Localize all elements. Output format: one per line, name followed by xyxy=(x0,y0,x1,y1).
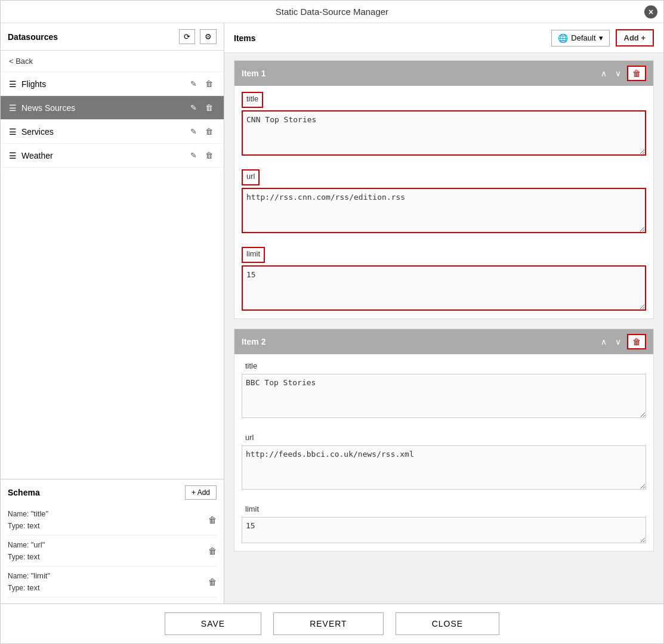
news-delete-button[interactable]: 🗑 xyxy=(203,102,215,113)
item-1-limit-input[interactable]: 15 xyxy=(242,265,646,311)
services-actions: ✎ 🗑 xyxy=(188,126,215,137)
main-window: Static Data-Source Manager × Datasources… xyxy=(0,0,664,644)
close-button[interactable]: CLOSE xyxy=(396,612,499,635)
window-title: Static Data-Source Manager xyxy=(276,7,388,17)
schema-header: Schema + Add xyxy=(8,485,217,500)
item-1-title-label: title xyxy=(246,94,258,103)
item-2-url-label: url xyxy=(242,432,257,443)
item-2-delete-button[interactable]: 🗑 xyxy=(627,334,646,349)
item-card-2: Item 2 ∧ ∨ 🗑 title BBC Top Stories xyxy=(234,329,654,552)
schema-item-title: Name: "title" Type: text 🗑 xyxy=(8,504,217,535)
add-item-button[interactable]: Add + xyxy=(616,29,654,47)
dropdown-arrow-icon: ▾ xyxy=(599,33,603,42)
item-1-url-field: url http://rss.cnn.com/rss/edition.rss xyxy=(234,163,653,241)
item-1-url-label: url xyxy=(246,172,255,181)
settings-icon: ⚙ xyxy=(205,32,212,41)
back-label: < Back xyxy=(9,57,33,66)
refresh-button[interactable]: ⟳ xyxy=(179,29,195,44)
item-1-up-button[interactable]: ∧ xyxy=(598,67,609,79)
news-actions: ✎ 🗑 xyxy=(188,102,215,113)
weather-delete-button[interactable]: 🗑 xyxy=(203,150,215,161)
news-edit-button[interactable]: ✎ xyxy=(188,102,199,113)
item-2-title-input[interactable]: BBC Top Stories xyxy=(242,374,646,418)
item-1-title: Item 1 xyxy=(242,69,265,78)
item-1-url-input[interactable]: http://rss.cnn.com/rss/edition.rss xyxy=(242,188,646,233)
weather-label: Weather xyxy=(21,151,188,160)
sidebar-nav: < Back ☰ Flights ✎ 🗑 ☰ News Sources ✎ xyxy=(1,51,224,479)
right-panel: Items 🌐 Default ▾ Add + Item 1 xyxy=(224,23,663,603)
weather-actions: ✎ 🗑 xyxy=(188,150,215,161)
sidebar-header: Datasources ⟳ ⚙ xyxy=(1,23,224,51)
flights-edit-button[interactable]: ✎ xyxy=(188,78,199,89)
flights-actions: ✎ 🗑 xyxy=(188,78,215,89)
item-2-url-field: url http://feeds.bbci.co.uk/news/rss.xml xyxy=(234,426,653,497)
services-label: Services xyxy=(21,127,188,137)
item-2-controls: ∧ ∨ 🗑 xyxy=(598,334,646,349)
item-1-title-input[interactable]: CNN Top Stories xyxy=(242,110,646,156)
sidebar-item-news-sources[interactable]: ☰ News Sources ✎ 🗑 xyxy=(1,96,224,120)
default-label: Default xyxy=(571,33,595,42)
item-card-1: Item 1 ∧ ∨ 🗑 title CNN Top Stories xyxy=(234,60,654,319)
revert-button[interactable]: REVERT xyxy=(273,612,384,635)
sidebar: Datasources ⟳ ⚙ < Back ☰ Flights xyxy=(1,23,224,603)
schema-add-button[interactable]: + Add xyxy=(185,485,217,500)
services-edit-button[interactable]: ✎ xyxy=(188,126,199,137)
schema-item-url-text: Name: "url" Type: text xyxy=(8,539,45,562)
globe-icon: 🌐 xyxy=(558,33,568,43)
flights-label: Flights xyxy=(21,79,188,89)
sidebar-header-icons: ⟳ ⚙ xyxy=(179,29,217,44)
bottom-bar: SAVE REVERT CLOSE xyxy=(1,603,663,643)
services-delete-button[interactable]: 🗑 xyxy=(203,126,215,137)
weather-edit-button[interactable]: ✎ xyxy=(188,150,199,161)
sidebar-item-weather[interactable]: ☰ Weather ✎ 🗑 xyxy=(1,144,224,168)
item-1-limit-label: limit xyxy=(246,249,260,258)
sidebar-item-flights[interactable]: ☰ Flights ✎ 🗑 xyxy=(1,72,224,96)
items-content: Item 1 ∧ ∨ 🗑 title CNN Top Stories xyxy=(224,53,663,603)
schema-limit-delete-button[interactable]: 🗑 xyxy=(208,577,217,587)
item-2-title-label: title xyxy=(242,360,261,371)
default-select[interactable]: 🌐 Default ▾ xyxy=(551,30,609,47)
schema-url-delete-button[interactable]: 🗑 xyxy=(208,546,217,556)
sidebar-item-services[interactable]: ☰ Services ✎ 🗑 xyxy=(1,120,224,144)
schema-title-delete-button[interactable]: 🗑 xyxy=(208,515,217,525)
schema-item-limit: Name: "limit" Type: text 🗑 xyxy=(8,566,217,597)
weather-icon: ☰ xyxy=(9,151,17,160)
back-link[interactable]: < Back xyxy=(1,51,224,72)
items-title: Items xyxy=(234,33,256,43)
schema-item-limit-text: Name: "limit" Type: text xyxy=(8,570,50,593)
schema-section: Schema + Add Name: "title" Type: text 🗑 … xyxy=(1,479,224,603)
settings-button[interactable]: ⚙ xyxy=(200,29,217,44)
items-header: Items 🌐 Default ▾ Add + xyxy=(224,23,663,53)
item-1-title-field: title CNN Top Stories xyxy=(234,86,653,163)
flights-icon: ☰ xyxy=(9,79,17,89)
item-2-title-field: title BBC Top Stories xyxy=(234,354,653,426)
schema-item-url: Name: "url" Type: text 🗑 xyxy=(8,535,217,566)
title-bar: Static Data-Source Manager × xyxy=(1,1,663,23)
item-2-limit-label: limit xyxy=(242,503,262,515)
flights-delete-button[interactable]: 🗑 xyxy=(203,78,215,89)
item-2-limit-input[interactable]: 15 xyxy=(242,517,646,543)
item-2-limit-field: limit 15 xyxy=(234,497,653,551)
item-card-1-header: Item 1 ∧ ∨ 🗑 xyxy=(234,61,653,86)
schema-item-title-text: Name: "title" Type: text xyxy=(8,508,48,531)
item-1-limit-field: limit 15 xyxy=(234,241,653,318)
items-controls: 🌐 Default ▾ Add + xyxy=(551,29,654,47)
item-1-controls: ∧ ∨ 🗑 xyxy=(598,66,646,81)
main-layout: Datasources ⟳ ⚙ < Back ☰ Flights xyxy=(1,23,663,603)
item-2-down-button[interactable]: ∨ xyxy=(613,336,623,348)
item-2-title: Item 2 xyxy=(242,337,265,346)
services-icon: ☰ xyxy=(9,127,17,137)
refresh-icon: ⟳ xyxy=(184,32,190,41)
news-label: News Sources xyxy=(21,103,188,113)
news-icon: ☰ xyxy=(9,103,17,113)
sidebar-title: Datasources xyxy=(8,32,58,42)
schema-title: Schema xyxy=(8,488,40,497)
window-close-button[interactable]: × xyxy=(644,5,657,18)
item-card-2-header: Item 2 ∧ ∨ 🗑 xyxy=(234,329,653,354)
save-button[interactable]: SAVE xyxy=(165,612,261,635)
item-2-url-input[interactable]: http://feeds.bbci.co.uk/news/rss.xml xyxy=(242,445,646,490)
item-1-delete-button[interactable]: 🗑 xyxy=(627,66,646,81)
item-2-up-button[interactable]: ∧ xyxy=(598,336,609,348)
item-1-down-button[interactable]: ∨ xyxy=(613,67,623,79)
